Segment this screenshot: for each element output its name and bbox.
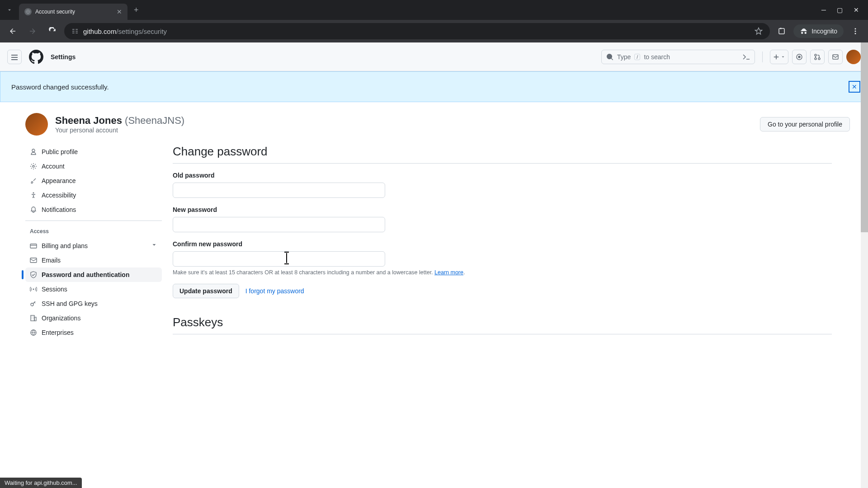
svg-rect-1 [72,29,75,29]
incognito-badge[interactable]: Incognito [793,24,844,38]
tab-title: Account security [35,9,113,15]
svg-rect-17 [833,55,838,59]
personal-profile-button[interactable]: Go to your personal profile [760,117,850,131]
passkeys-heading: Passkeys [173,315,832,334]
nav-divider [25,221,162,221]
svg-rect-20 [30,244,37,248]
minimize-button[interactable]: ─ [821,6,826,14]
svg-point-11 [855,33,856,34]
password-hint: Make sure it's at least 15 characters OR… [173,269,832,276]
back-button[interactable] [5,23,21,39]
sidebar-item-password-auth[interactable]: Password and authentication [25,267,162,282]
svg-rect-21 [30,258,37,263]
main-content: Change password Old password New passwor… [173,145,850,340]
bell-icon [30,206,37,213]
svg-point-14 [815,54,816,56]
settings-sidebar: Public profile Account Appearance Access… [25,145,162,340]
chevron-down-icon [151,242,157,249]
flash-banner: Password changed successfully. ✕ [0,71,868,102]
globe-icon [30,329,37,336]
window-controls: ─ ▢ ✕ [821,6,868,14]
notifications-button[interactable] [828,50,843,64]
accessibility-icon [30,192,37,199]
profile-header: Sheena Jones (SheenaJNS) Your personal a… [25,113,850,145]
sidebar-item-appearance[interactable]: Appearance [25,174,162,188]
create-new-button[interactable] [770,50,788,64]
browser-menu-button[interactable] [847,23,863,39]
reload-button[interactable] [44,23,61,39]
site-settings-icon[interactable] [71,28,79,35]
command-palette-icon[interactable] [743,53,750,61]
tab-close-icon[interactable]: ✕ [117,8,122,15]
update-password-button[interactable]: Update password [173,284,239,298]
new-tab-button[interactable]: + [134,5,139,15]
sidebar-item-billing[interactable]: Billing and plans [25,238,162,253]
github-header: Settings Type / to search [0,42,868,71]
close-window-button[interactable]: ✕ [854,6,859,14]
sidebar-item-account[interactable]: Account [25,159,162,174]
svg-rect-25 [34,317,36,321]
svg-rect-8 [780,28,781,29]
url-text: github.com/settings/security [83,28,167,35]
old-password-input[interactable] [173,183,385,198]
browser-toolbar: github.com/settings/security Incognito [0,20,868,42]
scrollbar-thumb[interactable] [861,42,868,232]
text-cursor [286,253,287,263]
new-password-input[interactable] [173,217,385,232]
sidebar-item-accessibility[interactable]: Accessibility [25,188,162,202]
maximize-button[interactable]: ▢ [837,6,843,14]
svg-rect-7 [779,28,784,34]
learn-more-link[interactable]: Learn more [434,269,463,276]
profile-avatar[interactable] [25,113,48,136]
sidebar-item-sessions[interactable]: Sessions [25,282,162,296]
sidebar-item-public-profile[interactable]: Public profile [25,145,162,159]
flash-close-button[interactable]: ✕ [849,81,860,93]
sidebar-item-emails[interactable]: Emails [25,253,162,267]
address-bar[interactable]: github.com/settings/security [64,23,770,39]
user-avatar[interactable] [846,50,861,64]
broadcast-icon [30,286,37,293]
pull-requests-button[interactable] [810,50,825,64]
org-icon [30,314,37,322]
svg-point-18 [33,165,34,167]
person-icon [30,148,37,155]
forgot-password-link[interactable]: I forgot my password [245,287,304,295]
shield-icon [30,271,37,278]
svg-rect-2 [72,31,75,31]
svg-rect-24 [31,315,34,321]
tab-search-button[interactable] [0,0,19,20]
browser-status-bar: Waiting for api.github.com... [0,478,82,488]
svg-rect-3 [72,33,75,33]
github-logo-icon[interactable] [29,50,43,64]
issues-button[interactable] [792,50,807,64]
sidebar-item-organizations[interactable]: Organizations [25,311,162,325]
extensions-button[interactable] [774,23,790,39]
confirm-password-label: Confirm new password [173,240,832,248]
sidebar-item-ssh-keys[interactable]: SSH and GPG keys [25,296,162,311]
nav-section-access: Access [25,225,162,238]
card-icon [30,242,37,249]
tab-favicon [24,8,32,15]
sidebar-item-notifications[interactable]: Notifications [25,202,162,217]
svg-point-15 [815,58,816,60]
browser-tab[interactable]: Account security ✕ [19,4,127,20]
change-password-heading: Change password [173,145,832,164]
svg-point-19 [33,192,34,194]
divider [762,52,763,62]
profile-name: Sheena Jones (SheenaJNS) [55,115,184,127]
svg-point-9 [855,28,856,29]
search-input[interactable]: Type / to search [601,50,755,64]
incognito-icon [800,27,808,35]
new-password-label: New password [173,206,832,213]
search-icon [606,53,613,61]
menu-button[interactable] [7,50,22,64]
forward-button[interactable] [24,23,41,39]
sidebar-item-enterprises[interactable]: Enterprises [25,325,162,340]
brush-icon [30,177,37,184]
page-title: Settings [51,53,75,61]
confirm-password-input[interactable] [173,251,385,267]
bookmark-icon[interactable] [755,27,763,35]
gear-icon [30,163,37,170]
vertical-scrollbar[interactable] [861,42,868,488]
svg-rect-5 [75,31,78,31]
